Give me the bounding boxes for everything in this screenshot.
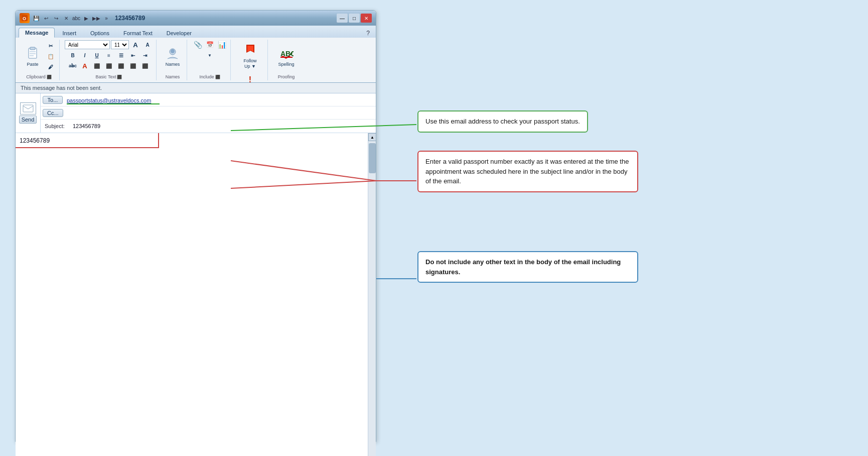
increase-indent-button[interactable]: ⇥	[139, 50, 151, 60]
send-button-area: Send	[16, 93, 41, 133]
names-button[interactable]: Names	[162, 43, 184, 70]
ribbon-group-proofing: ABC Spelling Proofing	[270, 40, 303, 80]
names-group-label: Names	[166, 73, 180, 80]
underline-button[interactable]: U	[91, 50, 102, 60]
strikethrough-button[interactable]: ab̶c	[67, 61, 78, 71]
help-button[interactable]: ?	[363, 29, 373, 38]
numbered-button[interactable]: ☰	[115, 50, 126, 60]
chart-button[interactable]: 📊	[216, 40, 227, 50]
svg-marker-10	[247, 46, 253, 52]
title-bar-actions: — □ ✕	[337, 14, 372, 23]
clipboard-small-btns: ✂ 📋 🖌	[45, 41, 56, 72]
callout-red: Enter a valid passport number exactly as…	[417, 151, 638, 192]
send-button[interactable]: Send	[19, 116, 37, 124]
cc-row: Cc...	[41, 106, 376, 120]
calendar-button[interactable]: 📅	[204, 40, 215, 50]
header-fields: Send To... Cc...	[16, 93, 376, 133]
outlook-window: O 💾 ↩ ↪ ✕ abc ▶ ▶▶ » 123456789 — □ ✕ Mes…	[15, 10, 376, 442]
close-button[interactable]: ✕	[361, 14, 372, 23]
cc-button[interactable]: Cc...	[43, 109, 63, 117]
save-qa-button[interactable]: 💾	[32, 14, 41, 23]
align-right-button[interactable]: ⬛	[115, 61, 126, 71]
justify-button[interactable]: ⬛	[127, 61, 138, 71]
cut-button[interactable]: ✂	[45, 41, 56, 51]
svg-rect-6	[30, 55, 34, 56]
calendar-dropdown: 📅 ▼	[204, 40, 215, 60]
tab-options[interactable]: Options	[84, 28, 116, 38]
window-title: 123456789	[115, 15, 145, 22]
grow-font-button[interactable]: A	[130, 40, 141, 50]
proofing-label: Proofing	[278, 73, 295, 80]
minimize-button[interactable]: —	[337, 14, 348, 23]
tab-insert[interactable]: Insert	[56, 28, 83, 38]
shrink-font-button[interactable]: A	[142, 40, 153, 50]
font-family-select[interactable]: Arial	[65, 40, 110, 49]
scroll-thumb[interactable]	[369, 143, 376, 173]
subject-input[interactable]	[71, 122, 376, 130]
tab-message[interactable]: Message	[19, 28, 55, 38]
ribbon-group-basic-text: Arial 11 A A B I U ≡ ☰ ⇤ ⇥	[62, 40, 157, 80]
paste-icon	[25, 46, 40, 61]
address-fields: To... Cc... Subject:	[41, 93, 376, 133]
delete-qa-button[interactable]: ✕	[62, 14, 71, 23]
blue-callout-text: Do not include any other text in the bod…	[425, 258, 621, 276]
to-row: To...	[41, 93, 376, 106]
basic-text-content: Arial 11 A A B I U ≡ ☰ ⇤ ⇥	[65, 40, 153, 73]
italic-button[interactable]: I	[79, 50, 90, 60]
more-qa-button[interactable]: »	[102, 14, 111, 23]
clipboard-content: Paste ✂ 📋 🖌	[22, 40, 56, 73]
ribbon-group-followup: FollowUp ▼ ! Options ⬛	[233, 40, 268, 80]
follow-up-button[interactable]: FollowUp ▼	[238, 40, 263, 72]
play2-qa-button[interactable]: ▶▶	[92, 14, 101, 23]
svg-rect-5	[30, 53, 36, 54]
font-row-1: Arial 11 A A	[65, 40, 153, 50]
tab-developer[interactable]: Developer	[160, 28, 198, 38]
follow-up-label: FollowUp ▼	[243, 58, 256, 69]
bullets-button[interactable]: ≡	[103, 50, 114, 60]
play-qa-button[interactable]: ▶	[82, 14, 91, 23]
rtl-button[interactable]: ⬛	[139, 61, 151, 71]
font-color-button[interactable]: A	[79, 61, 90, 71]
office-icon: O	[20, 13, 30, 23]
attach-file-button[interactable]: 📎	[192, 40, 203, 50]
basic-text-expand-icon[interactable]: ⬛	[117, 75, 122, 79]
ribbon-group-names: Names Names	[159, 40, 187, 80]
spelling-button[interactable]: ABC Spelling	[274, 43, 298, 70]
names-label: Names	[166, 62, 180, 67]
clipboard-expand-icon[interactable]: ⬛	[47, 75, 52, 79]
basic-text-label: Basic Text ⬛	[96, 73, 122, 80]
email-body[interactable]: 123456789	[16, 133, 368, 456]
to-button[interactable]: To...	[43, 96, 63, 104]
scrollbar[interactable]: ▲ ▼	[368, 133, 376, 456]
abc-qa-button[interactable]: abc	[72, 14, 81, 23]
title-bar-left: O 💾 ↩ ↪ ✕ abc ▶ ▶▶ » 123456789	[20, 13, 145, 23]
calendar-arrow-button[interactable]: ▼	[204, 50, 215, 60]
tab-format-text[interactable]: Format Text	[117, 28, 159, 38]
proofing-content: ABC Spelling	[274, 40, 298, 73]
align-left-button[interactable]: ⬛	[91, 61, 102, 71]
maximize-button[interactable]: □	[349, 14, 360, 23]
cc-input[interactable]	[65, 109, 376, 117]
scroll-up-arrow[interactable]: ▲	[368, 133, 376, 141]
decrease-indent-button[interactable]: ⇤	[127, 50, 138, 60]
include-expand-icon[interactable]: ⬛	[215, 75, 220, 79]
callout-blue: Do not include any other text in the bod…	[417, 251, 638, 283]
font-size-select[interactable]: 11	[111, 40, 129, 49]
names-icon	[165, 46, 180, 61]
redo-qa-button[interactable]: ↪	[52, 14, 61, 23]
align-center-button[interactable]: ⬛	[103, 61, 114, 71]
red-callout-text: Enter a valid passport number exactly as…	[425, 158, 629, 185]
copy-button[interactable]: 📋	[45, 52, 56, 62]
format-painter-button[interactable]: 🖌	[45, 62, 56, 72]
undo-qa-button[interactable]: ↩	[42, 14, 51, 23]
include-row-1: 📎 📅 ▼ 📊	[192, 40, 227, 60]
svg-point-8	[171, 49, 175, 53]
quick-access-toolbar: 💾 ↩ ↪ ✕ abc ▶ ▶▶ »	[32, 14, 111, 23]
paste-label: Paste	[27, 62, 38, 67]
include-label: Include ⬛	[199, 73, 220, 80]
followup-content: FollowUp ▼ !	[238, 40, 263, 86]
svg-rect-3	[30, 47, 35, 50]
bold-button[interactable]: B	[67, 50, 78, 60]
send-icon	[20, 102, 36, 115]
paste-button[interactable]: Paste	[22, 43, 44, 70]
